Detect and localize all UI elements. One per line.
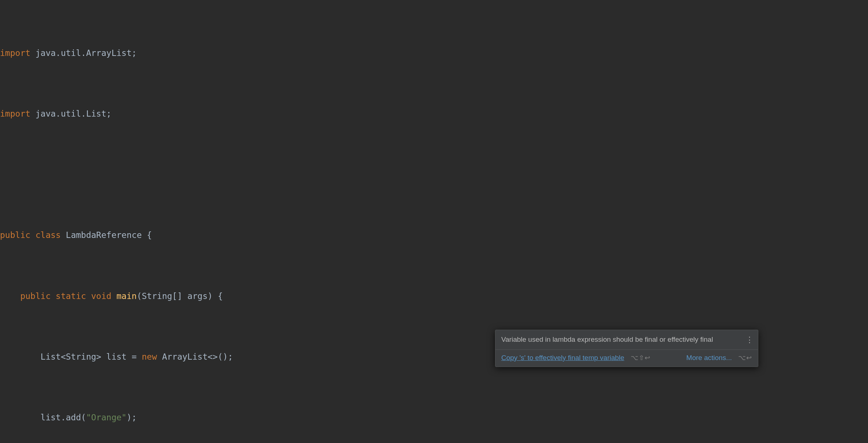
keyword-static: static: [50, 291, 86, 301]
tooltip-more-actions-link[interactable]: More actions...: [686, 354, 732, 361]
string-literal: "Orange": [86, 413, 127, 422]
keyword-new: new: [142, 352, 157, 361]
keyword-class: class: [30, 230, 61, 240]
code-text: java.util.List;: [30, 109, 112, 118]
tooltip-more-icon[interactable]: ⋮: [746, 334, 754, 346]
code-editor[interactable]: import java.util.ArrayList; import java.…: [0, 0, 868, 443]
keyword-public: public: [0, 230, 30, 240]
code-text: list.add(: [41, 413, 86, 422]
code-line[interactable]: public static void main(String[] args) {: [0, 289, 868, 304]
tooltip-message-row: Variable used in lambda expression shoul…: [495, 330, 758, 350]
tooltip-more-shortcut-text: ⌥↩: [738, 354, 752, 361]
indent: [0, 413, 41, 422]
code-text: List<String> list =: [41, 352, 142, 361]
keyword-import: import: [0, 109, 30, 118]
method-main: main: [112, 291, 137, 301]
tooltip-fix-link[interactable]: Copy 's' to effectively final temp varia…: [501, 354, 624, 361]
params: (String[] args): [137, 291, 218, 301]
class-name: LambdaReference: [61, 230, 147, 240]
code-line[interactable]: public class LambdaReference {: [0, 228, 868, 243]
code-line[interactable]: import java.util.ArrayList;: [0, 46, 868, 61]
keyword-import: import: [0, 48, 30, 58]
code-text: ArrayList<>();: [157, 352, 233, 361]
code-line[interactable]: list.add("Orange");: [0, 410, 868, 425]
code-line[interactable]: import java.util.List;: [0, 106, 868, 122]
code-text: );: [127, 413, 137, 422]
tooltip-more-shortcut: [734, 354, 738, 361]
error-tooltip: Variable used in lambda expression shoul…: [495, 330, 758, 367]
brace-open: {: [147, 230, 152, 240]
tooltip-fix-shortcut: [626, 354, 631, 361]
brace-open: {: [218, 291, 223, 301]
tooltip-actions-row: Copy 's' to effectively final temp varia…: [495, 350, 758, 367]
indent: [0, 352, 41, 361]
code-text: java.util.ArrayList;: [30, 48, 137, 58]
tooltip-message: Variable used in lambda expression shoul…: [501, 336, 713, 343]
keyword-public: public: [20, 291, 50, 301]
keyword-void: void: [86, 291, 111, 301]
indent: [0, 291, 20, 301]
code-line-blank[interactable]: [0, 167, 868, 182]
tooltip-fix-shortcut-text: ⌥⇧↩: [631, 354, 650, 361]
